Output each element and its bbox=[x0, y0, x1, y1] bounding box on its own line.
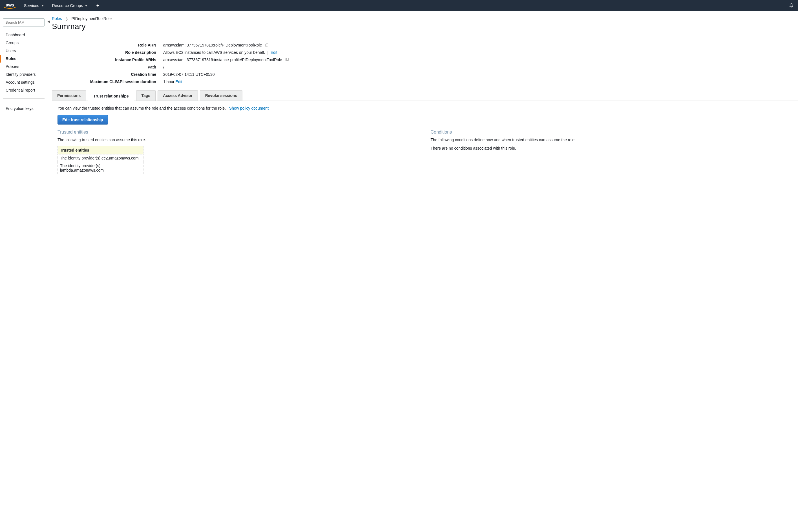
edit-session-link[interactable]: Edit bbox=[175, 79, 182, 84]
chevron-down-icon bbox=[41, 5, 44, 6]
tab-permissions[interactable]: Permissions bbox=[52, 91, 86, 100]
sidebar: Dashboard Groups Users Roles Policies Id… bbox=[0, 11, 48, 185]
sidebar-collapse-button[interactable]: ◀ bbox=[48, 11, 52, 185]
resource-groups-label: Resource Groups bbox=[52, 3, 83, 8]
table-row: The identity provider(s) ec2.amazonaws.c… bbox=[58, 154, 144, 162]
tab-access-advisor[interactable]: Access Advisor bbox=[157, 91, 198, 100]
conditions-title: Conditions bbox=[431, 130, 793, 135]
divider bbox=[3, 98, 44, 99]
tab-tags[interactable]: Tags bbox=[136, 91, 156, 100]
aws-logo[interactable]: aws bbox=[4, 2, 16, 9]
role-desc-label: Role description bbox=[52, 50, 163, 55]
creation-time-label: Creation time bbox=[52, 72, 163, 77]
top-nav: aws Services Resource Groups bbox=[0, 0, 798, 11]
chevron-right-icon: ❯ bbox=[66, 17, 68, 21]
copy-icon[interactable] bbox=[265, 43, 268, 47]
search-input[interactable] bbox=[3, 18, 44, 26]
pin-icon bbox=[96, 4, 100, 7]
path-label: Path bbox=[52, 65, 163, 69]
copy-icon[interactable] bbox=[285, 58, 289, 62]
sidebar-item-identity-providers[interactable]: Identity providers bbox=[0, 71, 48, 78]
tab-content: You can view the trusted entities that c… bbox=[52, 100, 798, 185]
svg-rect-3 bbox=[286, 58, 289, 61]
tab-revoke-sessions[interactable]: Revoke sessions bbox=[200, 91, 243, 100]
page-title: Summary bbox=[52, 22, 798, 31]
trusted-entities-desc: The following trusted entities can assum… bbox=[57, 137, 420, 142]
max-session-value: 1 hour bbox=[163, 79, 174, 84]
svg-rect-1 bbox=[266, 43, 268, 46]
sidebar-item-dashboard[interactable]: Dashboard bbox=[0, 31, 48, 39]
edit-description-link[interactable]: Edit bbox=[271, 50, 277, 55]
role-desc-value: Allows EC2 instances to call AWS service… bbox=[163, 50, 265, 55]
sidebar-item-account-settings[interactable]: Account settings bbox=[0, 78, 48, 86]
creation-time-value: 2019-02-07 14:11 UTC+0530 bbox=[163, 72, 215, 77]
notifications-button[interactable] bbox=[789, 3, 794, 8]
breadcrumb-current: PIDeploymentToolRole bbox=[72, 16, 112, 21]
main-content: Roles ❯ PIDeploymentToolRole Summary Rol… bbox=[52, 11, 798, 185]
table-row: The identity provider(s) lambda.amazonaw… bbox=[58, 162, 144, 174]
chevron-down-icon bbox=[85, 5, 87, 6]
instance-profile-value: arn:aws:iam::377367197819:instance-profi… bbox=[163, 57, 282, 62]
conditions-empty: There are no conditions associated with … bbox=[431, 146, 793, 150]
sidebar-item-users[interactable]: Users bbox=[0, 47, 48, 55]
edit-trust-button[interactable]: Edit trust relationship bbox=[57, 115, 108, 125]
path-value: / bbox=[163, 65, 164, 69]
services-menu[interactable]: Services bbox=[24, 3, 44, 8]
role-summary: Role ARN arn:aws:iam::377367197819:role/… bbox=[52, 36, 798, 91]
max-session-label: Maximum CLI/API session duration bbox=[52, 79, 163, 84]
instance-profile-label: Instance Profile ARNs bbox=[52, 57, 163, 62]
bell-icon bbox=[789, 3, 794, 8]
breadcrumb-roles-link[interactable]: Roles bbox=[52, 16, 62, 21]
trust-description: You can view the trusted entities that c… bbox=[57, 106, 226, 111]
trusted-entities-table: Trusted entities The identity provider(s… bbox=[57, 146, 144, 174]
sidebar-item-groups[interactable]: Groups bbox=[0, 39, 48, 47]
sidebar-item-policies[interactable]: Policies bbox=[0, 62, 48, 71]
services-label: Services bbox=[24, 3, 39, 8]
role-arn-label: Role ARN bbox=[52, 43, 163, 48]
breadcrumb: Roles ❯ PIDeploymentToolRole bbox=[52, 16, 798, 22]
sidebar-item-credential-report[interactable]: Credential report bbox=[0, 86, 48, 94]
pin-button[interactable] bbox=[96, 4, 100, 7]
conditions-desc: The following conditions define how and … bbox=[431, 137, 793, 142]
trusted-entities-title: Trusted entities bbox=[57, 130, 420, 135]
resource-groups-menu[interactable]: Resource Groups bbox=[52, 3, 88, 8]
tabs: Permissions Trust relationships Tags Acc… bbox=[52, 91, 798, 100]
sidebar-item-encryption-keys[interactable]: Encryption keys bbox=[0, 104, 48, 112]
show-policy-link[interactable]: Show policy document bbox=[229, 106, 268, 111]
sidebar-item-roles[interactable]: Roles bbox=[0, 55, 48, 62]
tab-trust-relationships[interactable]: Trust relationships bbox=[88, 91, 134, 101]
trusted-entities-header: Trusted entities bbox=[58, 146, 144, 154]
role-arn-value: arn:aws:iam::377367197819:role/PIDeploym… bbox=[163, 43, 262, 48]
